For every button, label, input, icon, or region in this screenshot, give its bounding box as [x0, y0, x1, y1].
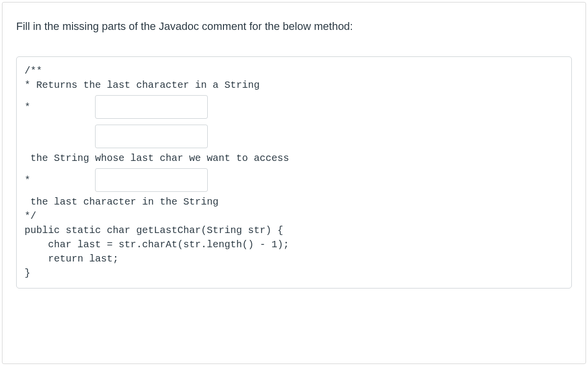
code-line: }	[24, 266, 564, 280]
code-text: *	[24, 173, 30, 187]
code-text: */	[24, 209, 36, 223]
instruction-text: Fill in the missing parts of the Javadoc…	[16, 20, 572, 33]
code-text: }	[24, 266, 30, 280]
code-line: the last character in the String	[24, 195, 564, 209]
code-text: the last character in the String	[24, 195, 219, 209]
code-text: *	[24, 100, 30, 114]
code-line-with-blank: *	[24, 92, 564, 122]
code-text: return last;	[24, 252, 119, 266]
blank-input-3[interactable]	[95, 168, 208, 192]
spacer	[30, 100, 95, 114]
spacer	[30, 173, 95, 187]
code-line-with-blank: *	[24, 165, 564, 195]
question-container: Fill in the missing parts of the Javadoc…	[2, 2, 586, 364]
code-line: /**	[24, 64, 564, 78]
code-line: public static char getLastChar(String st…	[24, 223, 564, 237]
code-line: the String whose last char we want to ac…	[24, 151, 564, 165]
code-line: return last;	[24, 252, 564, 266]
code-block: /** * Returns the last character in a St…	[16, 56, 572, 288]
code-line: char last = str.charAt(str.length() - 1)…	[24, 237, 564, 252]
code-text: * Returns the last character in a String	[24, 78, 260, 92]
code-text: char last = str.charAt(str.length() - 1)…	[24, 237, 289, 252]
blank-input-1[interactable]	[95, 95, 208, 119]
code-line: * Returns the last character in a String	[24, 78, 564, 92]
spacer	[24, 130, 95, 144]
code-text: the String whose last char we want to ac…	[24, 151, 289, 165]
code-line: */	[24, 209, 564, 223]
question-area: Fill in the missing parts of the Javadoc…	[2, 2, 586, 298]
code-line-with-blank	[24, 122, 564, 151]
code-text: public static char getLastChar(String st…	[24, 223, 283, 237]
code-text: /**	[24, 64, 42, 78]
blank-input-2[interactable]	[95, 125, 208, 148]
